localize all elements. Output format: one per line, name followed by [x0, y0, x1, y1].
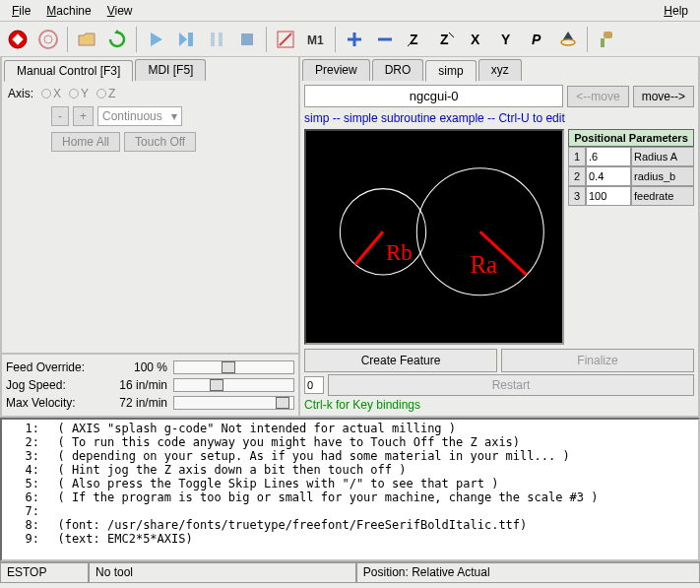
gcode-line: 3: ( depending on your setup. As if you … — [4, 449, 696, 463]
gcode-line: 2: ( To run this code anyway you might h… — [4, 435, 696, 449]
tab-simp[interactable]: simp — [425, 60, 476, 82]
svg-rect-23 — [601, 38, 605, 47]
jog-plus-button[interactable]: + — [73, 106, 94, 126]
move-right-button[interactable]: move--> — [633, 86, 694, 107]
create-feature-button[interactable]: Create Feature — [304, 349, 497, 372]
param-value[interactable]: 100 — [586, 186, 631, 206]
gcode-line: 4: ( Hint jog the Z axis down a bit then… — [4, 463, 696, 477]
jog-speed-label: Jog Speed: — [6, 378, 104, 392]
max-velocity-value: 72 in/min — [104, 396, 173, 410]
svg-text:Y: Y — [501, 32, 511, 47]
tab-dro[interactable]: DRO — [372, 59, 424, 81]
svg-point-21 — [561, 39, 575, 45]
override-section: Feed Override: 100 % Jog Speed: 16 in/mi… — [2, 353, 298, 416]
touch-off-button[interactable]: Touch Off — [124, 132, 196, 152]
step-icon[interactable] — [172, 26, 200, 53]
svg-line-17 — [449, 33, 454, 37]
finalize-button[interactable]: Finalize — [501, 349, 694, 372]
axis-z-radio[interactable]: Z — [96, 87, 115, 100]
svg-line-9 — [280, 33, 291, 45]
jog-mode-select[interactable]: Continuous▾ — [97, 106, 182, 126]
stop-icon[interactable] — [233, 26, 261, 53]
gcode-line: 7: — [4, 504, 696, 518]
svg-rect-4 — [188, 33, 193, 46]
gcode-line: 9: (text: EMC2*5*AXIS) — [4, 532, 696, 546]
view-p-icon[interactable]: P — [524, 26, 551, 53]
pause-icon[interactable] — [203, 26, 230, 53]
max-velocity-label: Max Velocity: — [6, 396, 104, 410]
skip-icon[interactable] — [272, 26, 299, 53]
menu-view[interactable]: View — [99, 2, 141, 20]
menu-help[interactable]: Help — [656, 2, 696, 20]
tab-preview[interactable]: Preview — [302, 59, 370, 81]
max-velocity-slider[interactable] — [173, 396, 294, 410]
axis-y-radio[interactable]: Y — [69, 87, 89, 100]
svg-point-24 — [340, 189, 425, 275]
param-name: radius_b — [631, 166, 694, 186]
gcode-listing[interactable]: 1: ( AXIS "splash g-code" Not intended f… — [0, 418, 700, 561]
play-icon[interactable] — [142, 26, 169, 53]
svg-point-3 — [44, 35, 52, 43]
axis-x-radio[interactable]: X — [41, 87, 61, 100]
gcode-line: 5: ( Also press the Toggle Skip Lines wi… — [4, 477, 696, 490]
clear-plot-icon[interactable] — [593, 26, 620, 53]
restart-number[interactable]: 0 — [304, 376, 324, 394]
power-icon[interactable] — [34, 26, 62, 53]
param-name: Radius A — [631, 147, 694, 166]
view-z2-icon[interactable]: Z — [432, 26, 460, 53]
param-value[interactable]: 0.4 — [586, 166, 631, 186]
params-box: Positional Parameters 1.6Radius A20.4rad… — [568, 129, 694, 345]
menu-machine[interactable]: Machine — [38, 2, 98, 20]
gcode-line: 1: ( AXIS "splash g-code" Not intended f… — [4, 422, 696, 435]
svg-rect-5 — [211, 33, 215, 46]
tab-mdi[interactable]: MDI [F5] — [135, 59, 206, 81]
param-name: feedrate — [631, 186, 694, 206]
status-estop: ESTOP — [0, 562, 89, 583]
status-tool: No tool — [89, 562, 356, 583]
jog-speed-value: 16 in/min — [104, 378, 173, 392]
param-value[interactable]: .6 — [586, 147, 631, 166]
svg-rect-22 — [604, 32, 612, 38]
axis-label: Axis: — [8, 87, 33, 100]
keybind-hint: Ctrl-k for Key bindings — [304, 398, 694, 412]
left-tabrow: Manual Control [F3] MDI [F5] — [2, 57, 298, 81]
param-row: 3100feedrate — [568, 186, 694, 206]
restart-button[interactable]: Restart — [328, 374, 694, 396]
estop-icon[interactable] — [4, 26, 32, 53]
svg-line-25 — [355, 231, 383, 264]
reload-icon[interactable] — [103, 26, 131, 53]
open-icon[interactable] — [73, 26, 100, 53]
status-position: Position: Relative Actual — [356, 562, 700, 583]
jog-minus-button[interactable]: - — [51, 106, 69, 126]
toolbar: M1 Z Z X Y P — [0, 22, 700, 57]
tab-manual-control[interactable]: Manual Control [F3] — [4, 60, 133, 82]
statusbar: ESTOP No tool Position: Relative Actual — [0, 561, 700, 583]
zoom-out-icon[interactable] — [371, 26, 399, 53]
svg-text:Z: Z — [440, 32, 449, 47]
params-header: Positional Parameters — [568, 129, 694, 147]
param-row: 1.6Radius A — [568, 147, 694, 166]
param-row: 20.4radius_b — [568, 166, 694, 186]
ra-label: Ra — [470, 251, 497, 278]
svg-point-2 — [39, 31, 57, 48]
move-left-button[interactable]: <--move — [567, 86, 628, 107]
tab-xyz[interactable]: xyz — [478, 59, 522, 81]
view-y-icon[interactable]: Y — [493, 26, 521, 53]
left-pane: Manual Control [F3] MDI [F5] Axis: X Y Z… — [0, 57, 300, 418]
jog-speed-slider[interactable] — [173, 378, 294, 392]
menubar: File Machine View Help — [0, 0, 700, 22]
rotate-icon[interactable] — [554, 26, 582, 53]
menu-file[interactable]: File — [4, 2, 38, 20]
ngcgui-title: ngcgui-0 — [304, 85, 563, 107]
subroutine-desc: simp -- simple subroutine example -- Ctr… — [304, 109, 694, 127]
view-x-icon[interactable]: X — [463, 26, 490, 53]
feed-override-value: 100 % — [104, 360, 173, 374]
optional-stop-icon[interactable]: M1 — [302, 26, 330, 53]
zoom-in-icon[interactable] — [341, 26, 368, 53]
feed-override-slider[interactable] — [173, 360, 294, 374]
right-pane: Preview DRO simp xyz ngcgui-0 <--move mo… — [300, 57, 700, 418]
preview-canvas: Rb Ra — [304, 129, 564, 345]
gcode-line: 8: (font: /usr/share/fonts/truetype/free… — [4, 518, 696, 532]
view-z-icon[interactable]: Z — [402, 26, 429, 53]
home-all-button[interactable]: Home All — [51, 132, 120, 152]
